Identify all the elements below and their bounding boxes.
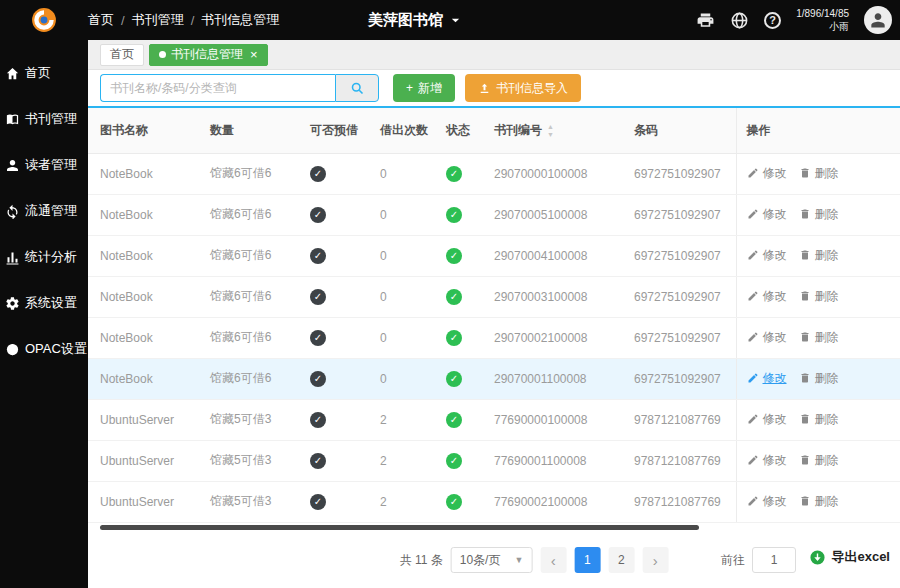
status-cell: ✓	[436, 317, 484, 358]
breadcrumb-item[interactable]: 书刊管理	[132, 11, 184, 29]
table-row[interactable]: NoteBook馆藏6可借6✓0✓29070003100008697275109…	[88, 276, 900, 317]
quantity: 馆藏6可借6	[200, 276, 300, 317]
globe-icon[interactable]	[730, 11, 749, 30]
print-icon[interactable]	[696, 11, 715, 30]
pager: 共 11 条 10条/页 ▼ ‹ 12 ›	[400, 546, 669, 574]
status-ok-icon: ✓	[446, 166, 462, 182]
tab-home[interactable]: 首页	[100, 44, 144, 66]
trash-icon	[799, 331, 811, 343]
edit-button[interactable]: 修改	[747, 452, 787, 469]
table-row[interactable]: NoteBook馆藏6可借6✓0✓29070005100008697275109…	[88, 194, 900, 235]
edit-button[interactable]: 修改	[747, 165, 787, 182]
sidebar-item-label: 书刊管理	[25, 110, 77, 128]
page-button-2[interactable]: 2	[608, 547, 634, 573]
edit-button[interactable]: 修改	[747, 493, 787, 510]
status-ok-icon: ✓	[446, 330, 462, 346]
import-button[interactable]: 书刊信息导入	[465, 74, 581, 102]
check-icon: ✓	[310, 494, 326, 510]
book-name: NoteBook	[88, 235, 200, 276]
edit-button[interactable]: 修改	[747, 411, 787, 428]
sidebar-item-label: OPAC设置	[25, 340, 87, 358]
sidebar-item-statistics[interactable]: 统计分析	[0, 234, 88, 280]
table-row[interactable]: UbuntuServer馆藏5可借3✓2✓7769000110000897871…	[88, 440, 900, 481]
book-number: 29070005100008	[484, 194, 624, 235]
sidebar-item-readers[interactable]: 读者管理	[0, 142, 88, 188]
tab-book-info[interactable]: 书刊信息管理×	[149, 44, 268, 66]
app-logo[interactable]	[0, 7, 88, 33]
delete-button[interactable]: 删除	[799, 411, 839, 428]
download-icon	[809, 549, 826, 566]
table-row[interactable]: UbuntuServer馆藏5可借3✓2✓7769000210000897871…	[88, 481, 900, 522]
close-icon[interactable]: ×	[250, 48, 258, 61]
quantity: 馆藏6可借6	[200, 317, 300, 358]
borrow-count: 0	[370, 235, 436, 276]
edit-button[interactable]: 修改	[747, 206, 787, 223]
breadcrumb-item[interactable]: 首页	[88, 11, 114, 29]
help-icon[interactable]: ?	[764, 12, 781, 29]
barcode: 6972751092907	[624, 358, 736, 399]
edit-button[interactable]: 修改	[747, 370, 787, 387]
add-button[interactable]: + 新增	[393, 74, 455, 102]
main-content: 首页书刊信息管理× + 新增 书刊信息导入	[88, 40, 900, 588]
barcode: 6972751092907	[624, 235, 736, 276]
delete-button[interactable]: 删除	[799, 165, 839, 182]
delete-button[interactable]: 删除	[799, 247, 839, 264]
total-count-label: 共 11 条	[400, 552, 443, 569]
delete-button[interactable]: 删除	[799, 206, 839, 223]
delete-button[interactable]: 删除	[799, 329, 839, 346]
table-row[interactable]: NoteBook馆藏6可借6✓0✓29070004100008697275109…	[88, 235, 900, 276]
goto-label: 前往	[721, 552, 745, 569]
horizontal-scrollbar[interactable]	[100, 525, 699, 530]
next-page-button[interactable]: ›	[642, 547, 668, 573]
breadcrumb-separator: /	[121, 13, 125, 28]
check-icon: ✓	[310, 207, 326, 223]
sidebar-item-settings[interactable]: 系统设置	[0, 280, 88, 326]
page-button-1[interactable]: 1	[574, 547, 600, 573]
column-header: 条码	[624, 108, 736, 153]
table-row[interactable]: NoteBook馆藏6可借6✓0✓29070002100008697275109…	[88, 317, 900, 358]
status-ok-icon: ✓	[446, 494, 462, 510]
sidebar-item-books[interactable]: 书刊管理	[0, 96, 88, 142]
delete-button[interactable]: 删除	[799, 493, 839, 510]
book-number: 77690002100008	[484, 481, 624, 522]
sidebar-item-home[interactable]: 首页	[0, 50, 88, 96]
search-button[interactable]	[335, 74, 379, 102]
status-cell: ✓	[436, 235, 484, 276]
pencil-icon	[747, 454, 759, 466]
tab-label: 书刊信息管理	[171, 46, 243, 63]
book-number: 29070002100008	[484, 317, 624, 358]
barcode: 9787121087769	[624, 481, 736, 522]
delete-button[interactable]: 删除	[799, 288, 839, 305]
export-excel-button[interactable]: 导出excel	[809, 548, 890, 566]
table-row[interactable]: UbuntuServer馆藏5可借3✓2✓7769000010000897871…	[88, 399, 900, 440]
goto-page-input[interactable]	[752, 547, 796, 573]
quantity: 馆藏6可借6	[200, 235, 300, 276]
book-name: UbuntuServer	[88, 399, 200, 440]
avatar[interactable]	[864, 6, 892, 34]
edit-button[interactable]: 修改	[747, 288, 787, 305]
column-header[interactable]: 书刊编号▲▼	[484, 108, 624, 153]
check-icon: ✓	[310, 248, 326, 264]
column-header: 操作	[736, 108, 900, 153]
topbar: 首页/书刊管理/书刊信息管理 美萍图书馆 ? 1/896/14/85 小雨	[0, 0, 900, 40]
breadcrumb-separator: /	[191, 13, 195, 28]
sidebar-item-circulation[interactable]: 流通管理	[0, 188, 88, 234]
prev-page-button[interactable]: ‹	[540, 547, 566, 573]
delete-button[interactable]: 删除	[799, 452, 839, 469]
sidebar-item-opac[interactable]: OPAC设置	[0, 326, 88, 372]
borrow-count: 0	[370, 194, 436, 235]
delete-button[interactable]: 删除	[799, 370, 839, 387]
table-row[interactable]: NoteBook馆藏6可借6✓0✓29070001100008697275109…	[88, 358, 900, 399]
trash-icon	[799, 372, 811, 384]
reservable-cell: ✓	[300, 481, 370, 522]
table-row[interactable]: NoteBook馆藏6可借6✓0✓29070000100008697275109…	[88, 153, 900, 194]
column-header: 图书名称	[88, 108, 200, 153]
edit-button[interactable]: 修改	[747, 247, 787, 264]
sort-icon[interactable]: ▲▼	[547, 123, 554, 138]
site-title-dropdown[interactable]: 美萍图书馆	[368, 0, 461, 40]
search-input[interactable]	[100, 74, 335, 102]
sidebar-item-label: 首页	[25, 64, 51, 82]
edit-button[interactable]: 修改	[747, 329, 787, 346]
page-size-select[interactable]: 10条/页 ▼	[451, 547, 533, 573]
actions-cell: 修改删除	[736, 317, 900, 358]
